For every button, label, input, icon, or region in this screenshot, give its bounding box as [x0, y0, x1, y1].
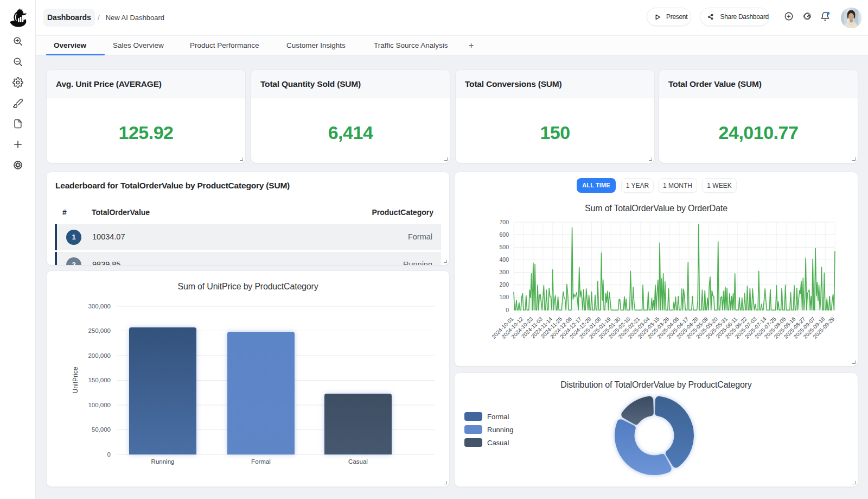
- svg-text:100: 100: [499, 294, 509, 300]
- svg-text:300: 300: [499, 269, 509, 275]
- svg-text:250,000: 250,000: [88, 327, 111, 334]
- svg-text:UnitPrice: UnitPrice: [72, 367, 79, 393]
- svg-text:0: 0: [107, 451, 111, 458]
- svg-text:400: 400: [499, 256, 509, 263]
- svg-text:500: 500: [499, 244, 509, 250]
- svg-text:0: 0: [506, 307, 509, 313]
- svg-text:100,000: 100,000: [88, 402, 111, 408]
- svg-text:150,000: 150,000: [88, 377, 111, 383]
- svg-text:Running: Running: [151, 458, 175, 465]
- svg-text:300,000: 300,000: [88, 303, 111, 309]
- svg-text:600: 600: [499, 231, 509, 238]
- svg-text:200: 200: [499, 281, 509, 288]
- svg-text:700: 700: [499, 219, 509, 225]
- svg-text:Casual: Casual: [348, 458, 368, 465]
- svg-text:50,000: 50,000: [92, 426, 111, 433]
- svg-text:Formal: Formal: [251, 458, 271, 465]
- svg-text:200,000: 200,000: [88, 352, 111, 359]
